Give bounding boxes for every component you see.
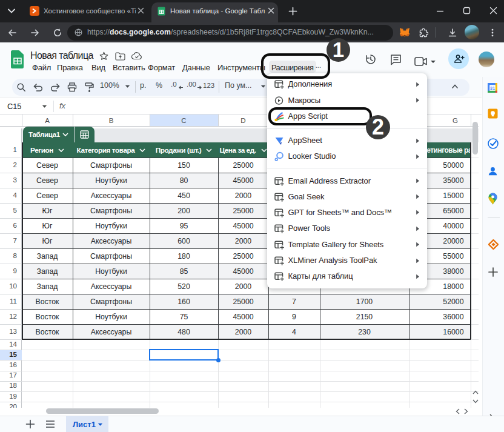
svg-text:31: 31 <box>489 85 494 91</box>
